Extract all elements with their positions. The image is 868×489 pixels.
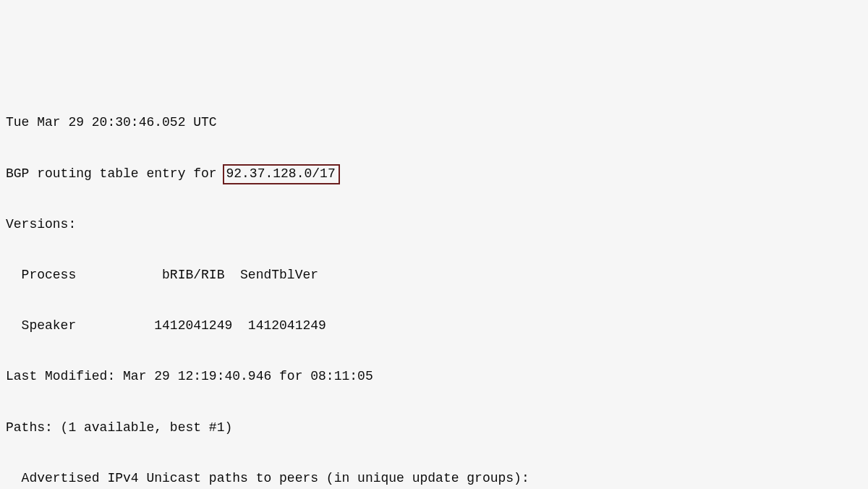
last-modified-line: Last Modified: Mar 29 12:19:40.946 for 0… <box>6 364 867 389</box>
versions-speaker-row: Speaker 1412041249 1412041249 <box>6 313 867 339</box>
versions-label: Versions: <box>6 212 867 237</box>
prefix-cidr-highlight: 92.37.128.0/17 <box>223 164 339 184</box>
bgp-entry-line: BGP routing table entry for 92.37.128.0/… <box>6 161 867 187</box>
versions-header-row: Process bRIB/RIB SendTblVer <box>6 263 867 288</box>
bgp-entry-prefix: BGP routing table entry for <box>6 166 224 181</box>
advertised-line-1: Advertised IPv4 Unicast paths to peers (… <box>6 466 867 489</box>
timestamp-line: Tue Mar 29 20:30:46.052 UTC <box>6 110 867 135</box>
paths-summary-line: Paths: (1 available, best #1) <box>6 415 867 441</box>
